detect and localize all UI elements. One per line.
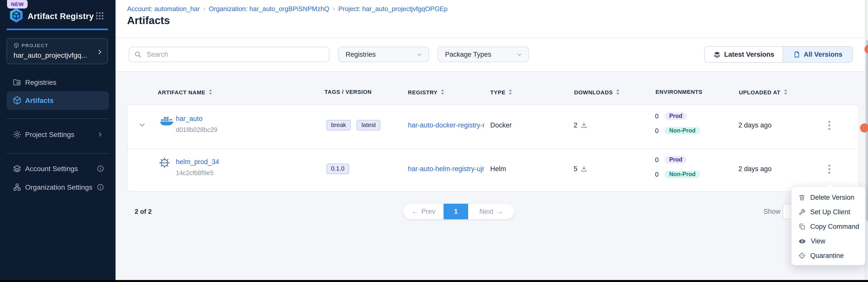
docker-icon [160, 116, 174, 127]
main-content: Account: automation_har › Organization: … [116, 0, 868, 280]
search-box [129, 47, 330, 62]
sort-icon [616, 89, 620, 95]
sidebar-item-label: Artifacts [25, 96, 54, 104]
search-input[interactable] [146, 50, 324, 59]
expand-row-chevron-icon[interactable] [138, 121, 146, 129]
sidebar-accent-rule [6, 29, 108, 30]
sidebar-item-label: Project Settings [25, 131, 74, 139]
all-versions-label: All Versions [804, 51, 843, 58]
tags-group: break latest [327, 120, 384, 131]
tag-pill: 0.1.0 [327, 164, 349, 174]
registry-link[interactable]: har-auto-docker-registry-r... [408, 121, 484, 129]
artifact-registry-screen: NEW Artifact Registry [0, 0, 868, 282]
artifact-digest: d018b028bc29 [176, 127, 217, 134]
row-actions-kebab-icon[interactable] [825, 118, 834, 133]
environment-nonprod-line: 0 Non-Prod [655, 171, 700, 178]
project-cube-icon [13, 43, 19, 48]
breadcrumb-project-link[interactable]: Project: har_auto_projectjvfgqOPGEp [338, 5, 447, 12]
breadcrumb-account-link[interactable]: Account: automation_har [127, 5, 200, 12]
prev-page-button[interactable]: ← Prev [403, 204, 443, 219]
sidebar-item-label: Registries [25, 78, 57, 86]
page-number-button[interactable]: 1 [443, 204, 468, 219]
next-page-button[interactable]: Next → [468, 204, 515, 219]
column-header-type[interactable]: TYPE [490, 89, 513, 95]
column-label: ENVIRONMENTS [655, 89, 703, 95]
registry-link[interactable]: har-auto-helm-registry-ujn... [408, 165, 484, 173]
breadcrumb-separator: › [203, 5, 205, 12]
column-header-downloads[interactable]: DOWNLOADS [574, 89, 620, 95]
sidebar-item-organization-settings[interactable]: Organization Settings [0, 181, 116, 193]
latest-versions-button[interactable]: Latest Versions [705, 47, 783, 62]
menu-item-label: View [811, 237, 825, 245]
artifact-digest: 14c2cf68f9e5 [176, 170, 214, 177]
breadcrumb-organization-link[interactable]: Organization: har_auto_orgBPiSNPMzhQ [209, 5, 329, 12]
sort-icon [783, 89, 787, 95]
row-actions-kebab-icon[interactable] [825, 162, 834, 177]
nonprod-count: 0 [655, 127, 658, 135]
sort-icon [508, 89, 513, 95]
sidebar-item-project-settings[interactable]: Project Settings [0, 129, 116, 141]
column-label: DOWNLOADS [574, 89, 613, 95]
prod-count: 0 [655, 156, 658, 164]
layers-icon [713, 51, 720, 58]
download-icon [581, 166, 587, 172]
artifacts-table: har_auto d018b028bc29 break latest har-a… [127, 104, 859, 192]
sidebar-item-registries[interactable]: Registries [0, 76, 116, 88]
environment-nonprod-line: 0 Non-Prod [655, 127, 700, 135]
bottom-edge-bar [0, 280, 868, 282]
column-header-environments: ENVIRONMENTS [655, 89, 703, 95]
menu-item-quarantine[interactable]: Quarantine [792, 248, 865, 263]
downloads-cell: 5 [574, 165, 587, 173]
project-selector[interactable]: PROJECT har_auto_projectjvfgq... [6, 38, 108, 64]
registries-filter-label: Registries [346, 51, 376, 58]
breadcrumb-separator: › [333, 5, 335, 12]
helm-icon: HELM [159, 157, 170, 169]
pagination-control: ← Prev 1 Next → [403, 204, 515, 219]
info-icon[interactable] [97, 184, 104, 191]
layers-gear-icon [12, 164, 22, 173]
arrow-left-icon: ← [412, 208, 418, 215]
sidebar-item-artifacts[interactable]: Artifacts [0, 94, 116, 106]
uploaded-at: 2 days ago [738, 121, 772, 129]
column-header-uploaded-at[interactable]: UPLOADED AT [739, 89, 787, 95]
page-size-label: Show [764, 208, 781, 215]
menu-item-label: Quarantine [810, 252, 844, 259]
prev-label: Prev [422, 208, 435, 215]
artifacts-cube-icon [12, 96, 22, 105]
project-scope-label: PROJECT [22, 43, 49, 48]
column-label: UPLOADED AT [739, 89, 780, 95]
sidebar-item-label: Account Settings [25, 165, 78, 173]
menu-item-copy-command[interactable]: Copy Command [792, 219, 865, 234]
info-icon[interactable] [97, 165, 104, 172]
artifact-name-link[interactable]: helm_prod_34 [176, 158, 219, 166]
menu-item-delete-version[interactable]: Delete Version [792, 190, 865, 205]
uploaded-at: 2 days ago [738, 165, 772, 173]
menu-item-view[interactable]: View [792, 234, 865, 248]
package-types-filter-dropdown[interactable]: Package Types [437, 47, 529, 62]
registries-filter-dropdown[interactable]: Registries [338, 47, 429, 62]
eye-icon [798, 237, 806, 245]
menu-item-set-up-client[interactable]: Set Up Client [792, 205, 865, 219]
all-versions-button[interactable]: All Versions [783, 47, 852, 62]
breadcrumb: Account: automation_har › Organization: … [127, 5, 447, 12]
column-label: ARTIFACT NAME [158, 89, 206, 95]
column-header-registry[interactable]: REGISTRY [408, 89, 444, 95]
latest-versions-label: Latest Versions [724, 51, 774, 58]
artifact-name-link[interactable]: har_auto [176, 115, 203, 122]
artifact-type: Docker [490, 121, 512, 129]
column-label: TAGS / VERSION [324, 89, 372, 95]
org-hierarchy-icon [12, 183, 22, 192]
column-header-artifact-name[interactable]: ARTIFACT NAME [158, 89, 213, 95]
environment-prod-line: 0 Prod [655, 156, 687, 164]
sidebar-item-account-settings[interactable]: Account Settings [0, 163, 116, 175]
row-actions-context-menu: Delete Version Set Up Client Copy Comman… [791, 186, 866, 266]
feedback-widget-dot[interactable] [860, 124, 868, 133]
app-grid-icon[interactable] [95, 11, 104, 20]
downloads-count: 2 [574, 121, 578, 129]
sort-icon [440, 89, 444, 95]
next-label: Next [479, 208, 494, 215]
chevron-down-icon [416, 51, 423, 58]
prod-count: 0 [655, 112, 658, 120]
project-name: har_auto_projectjvfgq... [13, 51, 94, 59]
tag-pill: break [327, 120, 351, 131]
